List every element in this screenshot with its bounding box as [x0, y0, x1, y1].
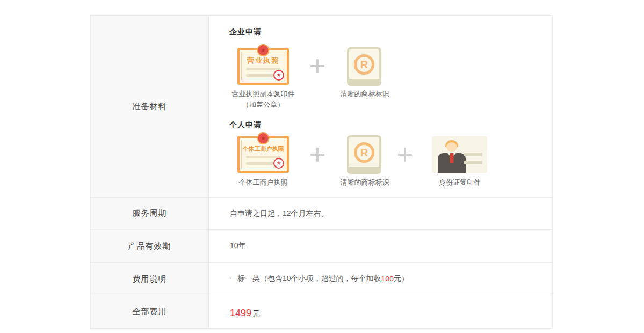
row-fee-note: 费用说明 一标一类（包含10个小项，超过的，每个加收100元） [91, 263, 552, 295]
validity-label: 产品有效期 [91, 230, 209, 262]
person-suit [438, 153, 466, 173]
license-doc-title: 营业执照 [240, 56, 287, 66]
plus-icon [310, 148, 324, 162]
caption-line: （加盖公章） [232, 99, 295, 110]
emblem-star-icon: ★ [261, 48, 266, 53]
stamp-star-icon: ★ [277, 161, 281, 166]
row-total-fee: 全部费用 1499元 [91, 295, 552, 328]
fee-note-prefix: 一标一类（包含10个小项，超过的，每个加收 [230, 274, 381, 284]
service-period-label: 服务周期 [91, 198, 209, 229]
plus-icon [310, 59, 324, 73]
id-card-icon [432, 136, 487, 173]
materials-content: 企业申请 ★ 营业执照 ★ R 营业执照副本复印件 （加盖公章） 清晰的商标标识… [209, 16, 552, 197]
total-fee-unit: 元 [252, 309, 260, 319]
plus-icon [398, 148, 412, 162]
license-text-line [246, 68, 280, 70]
person-tie [450, 153, 454, 163]
business-license-caption: 营业执照副本复印件 （加盖公章） [232, 89, 295, 110]
trademark-icon: R [347, 135, 381, 174]
id-card-caption: 身份证复印件 [439, 177, 481, 188]
emblem-star-icon: ★ [261, 136, 266, 141]
materials-row-label: 准备材料 [91, 16, 209, 197]
fee-note-value: 一标一类（包含10个小项，超过的，每个加收100元） [209, 263, 552, 295]
row-service-period: 服务周期 自申请之日起，12个月左右。 [91, 198, 552, 230]
individual-section-title: 个人申请 [229, 120, 262, 130]
stamp-icon: ★ [273, 158, 284, 169]
row-prepare-materials: 准备材料 企业申请 ★ 营业执照 ★ R 营业执照副本复印件 （加盖公章） 清晰… [91, 16, 552, 198]
product-info-table: 准备材料 企业申请 ★ 营业执照 ★ R 营业执照副本复印件 （加盖公章） 清晰… [90, 15, 553, 329]
enterprise-section-title: 企业申请 [229, 27, 262, 37]
license-doc-title: 个体工商户执照 [240, 145, 287, 153]
total-fee-value: 1499元 [209, 295, 552, 328]
trademark-icon: R [347, 47, 381, 86]
trademark-caption: 清晰的商标标识 [341, 177, 389, 188]
total-fee-label: 全部费用 [91, 295, 209, 328]
caption-line: 营业执照副本复印件 [232, 89, 295, 99]
stamp-star-icon: ★ [277, 73, 281, 78]
individual-business-license-icon: ★ 个体工商户执照 ★ [237, 136, 289, 173]
fee-note-label: 费用说明 [91, 263, 209, 295]
total-fee-amount: 1499 [230, 308, 251, 319]
fee-note-highlight: 100 [381, 274, 394, 283]
national-emblem-icon: ★ [257, 132, 270, 144]
national-emblem-icon: ★ [257, 44, 270, 56]
registered-symbol-icon: R [354, 54, 374, 75]
service-period-value: 自申请之日起，12个月左右。 [209, 198, 552, 229]
stamp-icon: ★ [273, 70, 284, 81]
individual-license-caption: 个体工商户执照 [239, 177, 288, 188]
person-face [446, 142, 457, 152]
validity-value: 10年 [209, 230, 552, 262]
registered-symbol-icon: R [354, 142, 374, 163]
trademark-caption: 清晰的商标标识 [341, 89, 389, 99]
business-license-icon: ★ 营业执照 ★ [237, 48, 289, 85]
fee-note-suffix: 元） [394, 274, 409, 284]
id-card-text-line [464, 153, 482, 156]
id-card-text-line [464, 161, 482, 164]
row-validity: 产品有效期 10年 [91, 230, 552, 263]
license-text-line [246, 156, 280, 158]
